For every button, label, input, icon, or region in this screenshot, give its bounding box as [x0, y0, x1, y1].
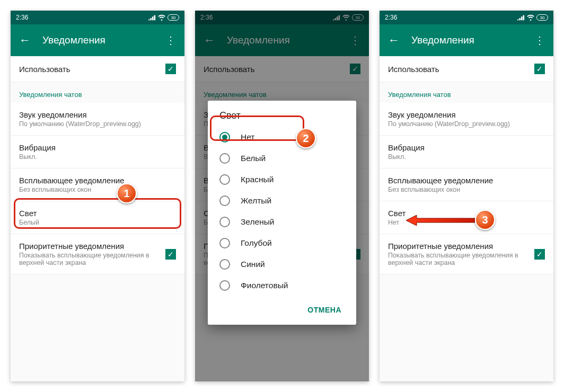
radio-icon — [219, 259, 230, 270]
signal-icon — [148, 14, 156, 21]
radio-icon — [219, 174, 230, 185]
battery-icon: 30 — [536, 14, 548, 21]
row-light[interactable]: Свет Белый — [11, 201, 184, 234]
radio-option-violet[interactable]: Фиолетовый — [208, 275, 356, 296]
app-bar: ← Уведомления ⋮ — [11, 24, 184, 56]
status-icons: 30 — [517, 14, 548, 21]
row-use[interactable]: Использовать ✓ — [380, 56, 553, 82]
row-popup-sub: Без всплывающих окон — [19, 186, 176, 193]
row-use-title: Использовать — [19, 65, 165, 74]
radio-icon — [219, 280, 230, 291]
radio-label: Красный — [241, 175, 274, 184]
battery-icon: 30 — [168, 14, 179, 21]
phone-screen-2: 2:36 30 ← Уведомления ⋮ Использовать ✓ У… — [195, 11, 369, 381]
wifi-icon — [527, 14, 534, 21]
row-sound-title: Звук уведомления — [19, 110, 176, 119]
radio-label: Голубой — [241, 238, 272, 248]
light-dialog: Свет Нет Белый Красный Желтый Зеленый Го… — [208, 101, 356, 325]
row-sound-sub: По умолчанию (WaterDrop_preview.ogg) — [388, 120, 545, 128]
status-bar: 2:36 30 — [11, 11, 184, 24]
row-popup[interactable]: Всплывающее уведомление Без всплывающих … — [11, 168, 184, 201]
row-sound[interactable]: Звук уведомления По умолчанию (WaterDrop… — [380, 103, 553, 136]
more-icon[interactable]: ⋮ — [165, 35, 176, 46]
row-vibration[interactable]: Вибрация Выкл. — [11, 136, 184, 168]
section-header-chats: Уведомления чатов — [380, 82, 553, 103]
status-time: 2:36 — [385, 14, 397, 21]
checkbox-icon[interactable]: ✓ — [534, 64, 545, 74]
row-light[interactable]: Свет Нет — [380, 201, 553, 234]
row-vibration-sub: Выкл. — [19, 153, 176, 161]
radio-option-yellow[interactable]: Желтый — [208, 190, 356, 211]
back-icon[interactable]: ← — [388, 34, 401, 46]
row-priority-sub: Показывать всплывающие уведомления в вер… — [19, 252, 165, 266]
row-sound-sub: По умолчанию (WaterDrop_preview.ogg) — [19, 120, 176, 128]
settings-list: Использовать ✓ Уведомления чатов Звук ув… — [11, 56, 184, 274]
radio-icon — [219, 217, 230, 227]
radio-option-blue[interactable]: Синий — [208, 254, 356, 275]
radio-option-lightblue[interactable]: Голубой — [208, 233, 356, 254]
radio-option-green[interactable]: Зеленый — [208, 211, 356, 233]
row-popup-sub: Без всплывающих окон — [388, 186, 545, 193]
radio-label: Синий — [241, 260, 265, 269]
row-sound[interactable]: Звук уведомления По умолчанию (WaterDrop… — [11, 103, 184, 136]
phone-screen-3: 2:36 30 ← Уведомления ⋮ Использовать ✓ У… — [380, 11, 553, 381]
row-use-title: Использовать — [388, 65, 534, 74]
row-vibration-title: Вибрация — [388, 143, 545, 152]
row-priority-sub: Показывать всплывающие уведомления в вер… — [388, 252, 534, 266]
checkbox-icon[interactable]: ✓ — [534, 249, 545, 260]
settings-list: Использовать ✓ Уведомления чатов Звук ув… — [380, 56, 553, 274]
checkbox-icon[interactable]: ✓ — [165, 249, 176, 260]
status-icons: 30 — [148, 14, 179, 21]
phone-screen-1: 2:36 30 ← Уведомления ⋮ Использовать ✓ У… — [11, 11, 184, 381]
row-light-title: Свет — [388, 209, 545, 218]
radio-icon — [219, 238, 230, 248]
row-popup-title: Всплывающее уведомление — [388, 176, 545, 185]
dialog-title: Свет — [208, 110, 356, 127]
row-priority-title: Приоритетные уведомления — [19, 242, 165, 251]
dialog-actions: ОТМЕНА — [208, 296, 356, 320]
more-icon[interactable]: ⋮ — [534, 35, 545, 46]
row-sound-title: Звук уведомления — [388, 110, 545, 119]
radio-option-none[interactable]: Нет — [208, 127, 356, 148]
row-priority[interactable]: Приоритетные уведомления Показывать вспл… — [11, 234, 184, 274]
radio-label: Желтый — [241, 196, 271, 206]
row-use[interactable]: Использовать ✓ — [11, 56, 184, 82]
status-time: 2:36 — [16, 14, 28, 21]
checkbox-icon[interactable]: ✓ — [165, 64, 176, 74]
section-header-chats: Уведомления чатов — [11, 82, 184, 103]
back-icon[interactable]: ← — [19, 34, 32, 46]
radio-label: Зеленый — [241, 217, 275, 227]
app-bar: ← Уведомления ⋮ — [380, 24, 553, 56]
cancel-button[interactable]: ОТМЕНА — [302, 301, 347, 318]
row-vibration[interactable]: Вибрация Выкл. — [380, 136, 553, 168]
row-light-sub: Белый — [19, 219, 176, 226]
page-title: Уведомления — [411, 34, 534, 46]
row-priority[interactable]: Приоритетные уведомления Показывать вспл… — [380, 234, 553, 274]
row-light-title: Свет — [19, 209, 176, 218]
page-title: Уведомления — [42, 34, 165, 46]
signal-icon — [517, 14, 525, 21]
radio-icon — [219, 195, 230, 206]
row-popup-title: Всплывающее уведомление — [19, 176, 176, 185]
radio-option-red[interactable]: Красный — [208, 169, 356, 190]
row-priority-title: Приоритетные уведомления — [388, 242, 534, 251]
wifi-icon — [158, 14, 165, 21]
row-popup[interactable]: Всплывающее уведомление Без всплывающих … — [380, 168, 553, 201]
status-bar: 2:36 30 — [380, 11, 553, 24]
radio-icon — [219, 132, 230, 142]
radio-label: Белый — [241, 154, 266, 163]
radio-option-white[interactable]: Белый — [208, 148, 356, 169]
radio-label: Фиолетовый — [241, 281, 288, 290]
radio-label: Нет — [241, 132, 254, 142]
radio-icon — [219, 153, 230, 164]
row-vibration-title: Вибрация — [19, 143, 176, 152]
row-light-sub: Нет — [388, 219, 545, 226]
row-vibration-sub: Выкл. — [388, 153, 545, 161]
